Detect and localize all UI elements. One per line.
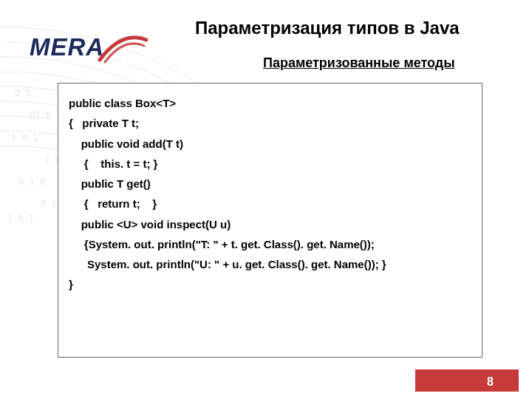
svg-text:1 0 1: 1 0 1	[7, 214, 34, 224]
code-line: { private T t;	[69, 116, 471, 131]
svg-text:0 1: 0 1	[41, 199, 57, 209]
code-line: { this. t = t; }	[69, 157, 471, 171]
code-line: public class Box<T>	[69, 96, 471, 111]
code-line: public <U> void inspect(U u)	[69, 217, 471, 232]
footer-accent-bar	[415, 372, 519, 392]
svg-text:2 5: 2 5	[15, 88, 31, 98]
svg-text:01 0: 01 0	[30, 110, 51, 120]
page-number: 8	[487, 375, 494, 389]
slide-title: Параметризация типов в Java	[195, 18, 460, 38]
slide-subtitle: Параметризованные методы	[263, 55, 455, 71]
svg-text:1 0 1: 1 0 1	[11, 132, 38, 143]
code-line: System. out. println("U: " + u. get. Cla…	[69, 257, 471, 272]
code-line: }	[69, 277, 471, 292]
code-line: { return t; }	[69, 197, 471, 211]
mera-logo: MERA	[30, 28, 159, 66]
code-line: {System. out. println("T: " + t. get. Cl…	[69, 237, 471, 252]
logo-text: MERA	[30, 33, 104, 61]
logo-swoosh-icon	[96, 27, 148, 64]
svg-text:0 1 0: 0 1 0	[18, 177, 45, 187]
code-example-box: public class Box<T> { private T t; publi…	[58, 83, 482, 358]
code-line: public void add(T t)	[69, 137, 471, 151]
code-line: public T get()	[69, 177, 471, 191]
